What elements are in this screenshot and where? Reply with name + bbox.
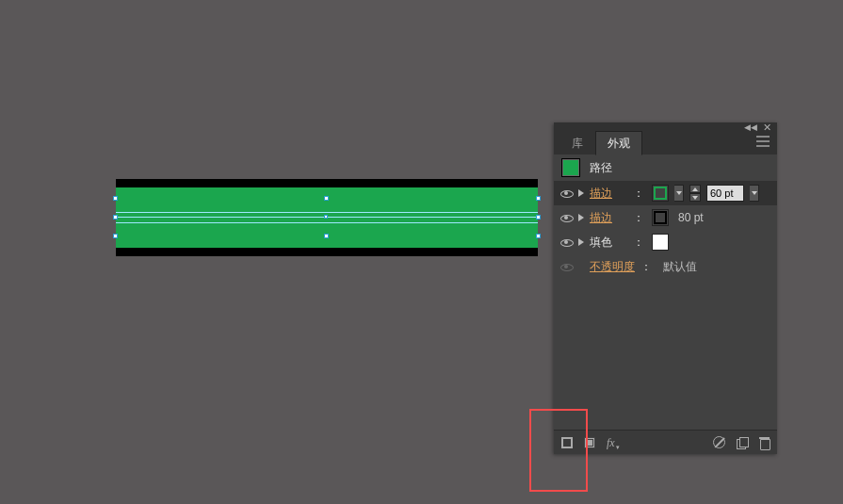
- stepper-up-icon[interactable]: [689, 185, 701, 193]
- canvas-selected-path[interactable]: [116, 179, 538, 256]
- close-icon[interactable]: ✕: [763, 122, 771, 133]
- object-thumbnail[interactable]: [561, 158, 580, 177]
- selection-handle[interactable]: [113, 234, 118, 238]
- colon: ：: [633, 210, 644, 226]
- selection-handle[interactable]: [536, 215, 541, 219]
- object-type-label: 路径: [590, 160, 612, 176]
- colon: ：: [633, 186, 644, 202]
- visibility-toggle-icon[interactable]: [559, 236, 573, 249]
- stroke-weight-input[interactable]: [706, 185, 744, 202]
- appearance-row-opacity[interactable]: 不透明度： 默认值: [554, 254, 777, 279]
- stroke-label[interactable]: 描边: [590, 186, 627, 202]
- opacity-value: 默认值: [663, 259, 697, 275]
- selection-handle[interactable]: [324, 215, 328, 219]
- add-effect-icon[interactable]: fx: [607, 436, 620, 449]
- weight-dropdown-icon[interactable]: [750, 185, 759, 202]
- disclosure-triangle-icon[interactable]: [578, 189, 584, 197]
- selection-handle[interactable]: [536, 196, 541, 201]
- visibility-toggle-icon[interactable]: [559, 187, 573, 200]
- appearance-panel: ◀◀ ✕ 库 外观 路径 描边：: [554, 122, 777, 454]
- fill-label[interactable]: 填色: [590, 235, 627, 251]
- tab-appearance[interactable]: 外观: [595, 131, 642, 155]
- fill-color-swatch[interactable]: [652, 234, 669, 251]
- add-new-fill-icon[interactable]: [584, 437, 595, 448]
- appearance-row-stroke-2[interactable]: 描边： 80 pt: [554, 205, 777, 230]
- selection-handle[interactable]: [113, 196, 118, 201]
- panel-menu-icon[interactable]: [756, 136, 771, 147]
- duplicate-item-icon[interactable]: [737, 437, 748, 448]
- panel-tabs: 库 外观: [554, 132, 777, 154]
- disclosure-triangle-icon[interactable]: [578, 238, 584, 246]
- appearance-header-row: 路径: [554, 154, 777, 181]
- opacity-label[interactable]: 不透明度: [590, 259, 635, 275]
- add-new-stroke-icon[interactable]: [561, 437, 573, 448]
- artwork-stripe: [116, 248, 538, 256]
- panel-body: 路径 描边： 描边： 80 pt 填色: [554, 154, 777, 279]
- stroke-weight-stepper[interactable]: [689, 185, 701, 202]
- appearance-row-fill[interactable]: 填色：: [554, 230, 777, 254]
- selection-handle[interactable]: [324, 196, 329, 201]
- stroke-color-swatch[interactable]: [652, 209, 669, 226]
- delete-item-icon[interactable]: [759, 437, 770, 448]
- panel-footer: fx: [554, 430, 777, 454]
- colon: ：: [633, 235, 644, 251]
- swatch-dropdown-icon[interactable]: [674, 185, 684, 202]
- clear-appearance-icon[interactable]: [713, 436, 725, 448]
- selection-handle[interactable]: [113, 215, 118, 219]
- selection-handle[interactable]: [536, 234, 541, 238]
- disclosure-triangle-icon[interactable]: [578, 214, 584, 221]
- stroke-label[interactable]: 描边: [590, 210, 627, 226]
- appearance-row-stroke-1[interactable]: 描边：: [554, 181, 777, 205]
- visibility-toggle-icon[interactable]: [559, 211, 573, 224]
- colon: ：: [640, 259, 652, 275]
- artwork-stripe: [116, 179, 538, 187]
- stroke-color-swatch[interactable]: [652, 185, 669, 202]
- stepper-down-icon[interactable]: [689, 193, 701, 202]
- selection-handle[interactable]: [324, 234, 329, 238]
- collapse-icon[interactable]: ◀◀: [744, 123, 757, 132]
- visibility-toggle-icon[interactable]: [559, 260, 573, 273]
- stroke-weight-value: 80 pt: [678, 211, 704, 224]
- tab-library[interactable]: 库: [559, 131, 595, 155]
